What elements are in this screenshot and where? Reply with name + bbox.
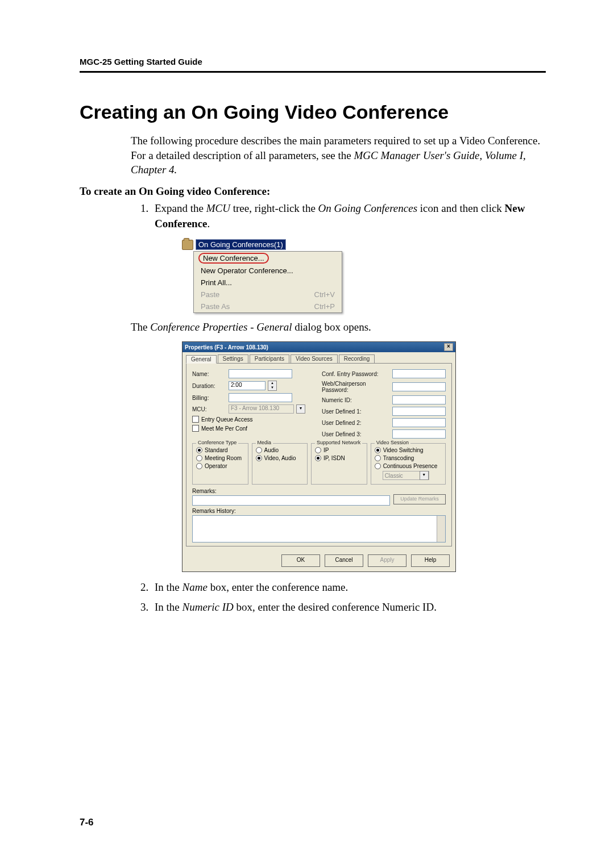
step-list: Expand the MCU tree, right-click the On …	[131, 201, 546, 231]
menu-item-print-all[interactable]: Print All...	[194, 277, 342, 289]
menu-item-new-conference[interactable]: New Conference...	[198, 253, 269, 264]
t: Conference Properties - General	[150, 321, 292, 333]
help-button[interactable]: Help	[411, 554, 450, 567]
group-media: Media Audio Video, Audio	[252, 443, 308, 485]
t: Print All...	[201, 278, 232, 287]
page-title: Creating an On Going Video Conference	[80, 101, 546, 123]
group-video-session: Video Session Video Switching Transcodin…	[371, 443, 446, 485]
t: Audio	[264, 447, 279, 453]
ud1-label: User Defined 1:	[322, 408, 390, 415]
layout-select: Classic▼	[383, 471, 429, 480]
folder-icon	[182, 240, 193, 250]
menu-item-paste-as: Paste AsCtrl+P	[194, 301, 342, 312]
mcu-label: MCU:	[192, 406, 226, 412]
running-head: MGC-25 Getting Started Guide	[80, 57, 546, 66]
ud2-label: User Defined 2:	[322, 420, 390, 426]
group-title: Conference Type	[196, 440, 238, 445]
radio-video-switching[interactable]	[375, 447, 381, 453]
dialog-title-text: Properties (F3 - Arrow 108.130)	[185, 344, 268, 350]
context-menu-figure: On Going Conferences(1) New Conference..…	[182, 239, 546, 313]
billing-label: Billing:	[192, 395, 226, 401]
billing-input[interactable]	[229, 393, 292, 402]
meet-me-label: Meet Me Per Conf	[201, 425, 247, 432]
duration-input[interactable]: 2:00	[229, 381, 265, 390]
tab-participants[interactable]: Participants	[250, 354, 289, 363]
duration-spinner[interactable]: ▲▼	[268, 381, 277, 391]
tab-settings[interactable]: Settings	[218, 354, 248, 363]
ok-button[interactable]: OK	[281, 554, 320, 567]
group-title: Video Session	[375, 440, 410, 445]
conf-pwd-input[interactable]	[392, 369, 446, 378]
remarks-history-box[interactable]	[192, 515, 446, 542]
dialog-body: Name: Duration:2:00▲▼ Billing: MCU:F3 - …	[186, 363, 452, 546]
t: box, enter the desired conference Numeri…	[234, 601, 437, 613]
properties-dialog: Properties (F3 - Arrow 108.130) × Genera…	[182, 341, 456, 572]
duration-label: Duration:	[192, 383, 226, 389]
t: icon and then click	[417, 202, 505, 214]
scrollbar[interactable]	[437, 516, 445, 542]
t: Paste	[201, 290, 219, 299]
t: Expand the	[155, 202, 206, 214]
chair-pwd-input[interactable]	[392, 382, 446, 391]
menu-item-paste: PasteCtrl+V	[194, 289, 342, 301]
mcu-select[interactable]: F3 - Arrow 108.130	[229, 404, 294, 414]
remarks-label: Remarks:	[192, 488, 446, 494]
radio-operator[interactable]	[196, 463, 202, 469]
step-1: Expand the MCU tree, right-click the On …	[151, 201, 546, 231]
name-input[interactable]	[229, 369, 292, 378]
shortcut: Ctrl+V	[314, 290, 335, 299]
remarks-history-label: Remarks History:	[192, 508, 446, 514]
t: IP, ISDN	[323, 455, 345, 461]
t: .	[208, 218, 210, 229]
radio-ip-isdn[interactable]	[315, 455, 321, 461]
t: Video Switching	[383, 447, 424, 453]
dialog-tabs: General Settings Participants Video Sour…	[182, 352, 455, 363]
radio-transcoding[interactable]	[375, 455, 381, 461]
step-list-2: In the Name box, enter the conference na…	[131, 580, 546, 615]
t: Meeting Room	[205, 455, 242, 461]
step-2: In the Name box, enter the conference na…	[151, 580, 546, 595]
conf-pwd-label: Conf. Entry Password:	[322, 371, 390, 377]
entry-queue-checkbox[interactable]	[192, 416, 199, 423]
properties-dialog-figure: Properties (F3 - Arrow 108.130) × Genera…	[182, 341, 546, 572]
ud1-input[interactable]	[392, 407, 446, 416]
menu-item-new-operator-conference[interactable]: New Operator Conference...	[194, 265, 342, 277]
meet-me-checkbox[interactable]	[192, 425, 199, 432]
context-menu: On Going Conferences(1) New Conference..…	[182, 239, 352, 313]
tab-general[interactable]: General	[186, 355, 217, 364]
document-page: MGC-25 Getting Started Guide Creating an…	[0, 0, 614, 868]
close-icon[interactable]: ×	[444, 343, 453, 351]
chevron-down-icon: ▼	[420, 471, 429, 480]
t: box, enter the conference name.	[208, 581, 348, 593]
radio-meeting-room[interactable]	[196, 455, 202, 461]
t: Name	[182, 581, 208, 593]
t: MCU	[206, 202, 230, 214]
t: Standard	[205, 447, 228, 453]
radio-continuous-presence[interactable]	[375, 463, 381, 469]
radio-ip[interactable]	[315, 447, 321, 453]
t: dialog box opens.	[292, 321, 371, 333]
chevron-down-icon[interactable]: ▼	[296, 404, 305, 414]
numeric-id-input[interactable]	[392, 395, 446, 404]
ud3-input[interactable]	[392, 429, 446, 439]
t: New Operator Conference...	[201, 266, 293, 275]
radio-audio[interactable]	[256, 447, 262, 453]
radio-standard[interactable]	[196, 447, 202, 453]
context-menu-panel: New Conference... New Operator Conferenc…	[193, 251, 342, 313]
tab-video-sources[interactable]: Video Sources	[291, 354, 338, 363]
dialog-titlebar[interactable]: Properties (F3 - Arrow 108.130) ×	[182, 342, 455, 352]
t: In the	[155, 601, 182, 613]
remarks-input[interactable]	[192, 495, 390, 506]
tab-recording[interactable]: Recording	[339, 354, 375, 363]
rule	[80, 71, 546, 73]
apply-button: Apply	[368, 554, 406, 567]
t: tree, right-click the	[230, 202, 318, 214]
update-remarks-button: Update Remarks	[393, 494, 446, 504]
t: Numeric ID	[182, 601, 234, 613]
ud2-input[interactable]	[392, 418, 446, 427]
tree-node[interactable]: On Going Conferences(1)	[182, 239, 352, 250]
radio-video-audio[interactable]	[256, 455, 262, 461]
group-supported-network: Supported Network IP IP, ISDN	[311, 443, 367, 485]
chair-pwd-label: Web/Chairperson Password:	[322, 381, 390, 393]
cancel-button[interactable]: Cancel	[325, 554, 363, 567]
